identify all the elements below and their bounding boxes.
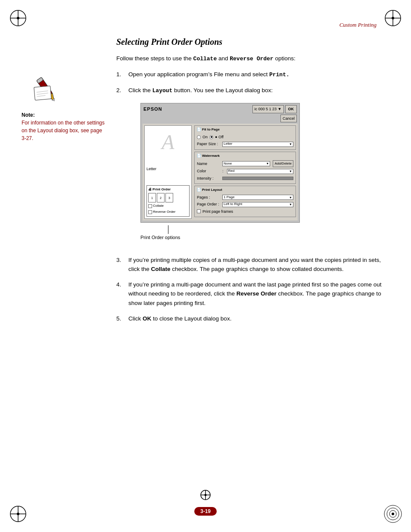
corner-decoration-tr: [383, 8, 403, 28]
add-delete-button[interactable]: Add/Delete: [273, 160, 293, 168]
print-frames-checkbox[interactable]: [197, 209, 201, 213]
page-order-dropdown[interactable]: Left to Right ▼: [222, 202, 293, 207]
page-icon-3: 3: [165, 193, 173, 202]
corner-decoration-bl: [8, 504, 28, 524]
svg-rect-20: [34, 86, 51, 100]
page-header: Custom Printing: [22, 17, 389, 28]
chapter-title: Custom Printing: [339, 22, 377, 28]
step-5-text: Click OK to close the Layout dialog box.: [128, 314, 389, 324]
step-4-text: If you’re printing a multi-page document…: [128, 280, 389, 308]
section-title: Selecting Print Order Options: [116, 37, 389, 47]
callout-line-container: [128, 225, 300, 234]
svg-point-15: [392, 513, 394, 515]
reverse-order-term: Reverse Order: [230, 56, 273, 62]
screenshot-caption: Print Order options: [140, 234, 300, 242]
main-content: Note: For information on the other setti…: [22, 37, 389, 329]
dialog-ok-btn[interactable]: OK: [285, 105, 297, 113]
note-illustration: [30, 72, 108, 108]
paper-size-row: Paper Size : Letter ▼: [197, 141, 293, 147]
watermark-name-dropdown[interactable]: None ▼: [222, 161, 270, 166]
watermark-color-dropdown[interactable]: Red ▼: [227, 169, 293, 174]
watermark-section: 📄 Watermark Name None ▼: [194, 152, 296, 184]
print-order-icons: 1 2 3: [148, 193, 188, 202]
print-layout-section: 📄 Print Layout Pages : 1 Page ▼: [194, 186, 296, 217]
intro-paragraph: Follow these steps to use the Collate an…: [116, 54, 389, 64]
step-3-text: If you’re printing multiple copies of a …: [128, 255, 389, 274]
letter-label: Letter: [146, 166, 156, 172]
reverse-order-checkbox[interactable]: [148, 210, 152, 214]
paper-size-label: Paper Size :: [197, 141, 221, 147]
watermark-color-value: Red: [228, 168, 235, 174]
dialog-right-panel: 📄 Fit to Page On ● Off: [194, 125, 296, 219]
dialog-epson-logo: EPSON: [143, 106, 162, 113]
dialog-screenshot-container: EPSON ic 000 5 1 23 ▼ OK Cancel: [128, 99, 300, 247]
collate-checkbox[interactable]: [148, 204, 152, 208]
fit-off-radio[interactable]: [209, 135, 213, 139]
page-icon-2: 2: [157, 193, 165, 202]
pages-row: Pages : 1 Page ▼: [197, 194, 293, 200]
watermark-name-row: Name None ▼ Add/Delete: [197, 160, 293, 168]
page-number: 3-19: [194, 507, 217, 516]
page-icon-1: 1: [148, 193, 156, 202]
dialog-left-panel: A Letter 🖨 Print Order 1: [144, 125, 192, 219]
svg-point-11: [17, 513, 19, 515]
print-frames-label: Print page frames: [202, 208, 233, 215]
fit-on-radio[interactable]: [197, 135, 201, 139]
print-frames-row: Print page frames: [197, 208, 293, 215]
dialog-body: A Letter 🖨 Print Order 1: [143, 124, 298, 221]
fit-on-label: On: [202, 134, 208, 140]
fit-to-page-title: 📄 Fit to Page: [197, 127, 293, 133]
callout-area: Print Order options: [128, 225, 300, 242]
step-5-number: 5.: [116, 314, 128, 324]
watermark-title: 📄 Watermark: [197, 153, 293, 159]
step-2-text: Click the Layout button. You see the Lay…: [128, 86, 273, 96]
watermark-name-label: Name: [197, 161, 221, 167]
page-order-label: Page Order :: [197, 201, 221, 207]
reverse-order-bold: Reverse Order: [237, 290, 277, 297]
note-body: For information on the other settings on…: [22, 120, 105, 141]
pages-label: Pages :: [197, 194, 221, 200]
pages-dropdown[interactable]: 1 Page ▼: [222, 195, 293, 200]
print-term: Print.: [269, 72, 290, 78]
pages-value: 1 Page: [224, 195, 234, 200]
collate-term: Collate: [193, 56, 217, 62]
colon-separator: :: [222, 168, 224, 174]
corner-decoration-tl: [8, 8, 28, 28]
pages-arrow: ▼: [289, 195, 292, 200]
step-3: 3. If you’re printing multiple copies of…: [116, 255, 389, 274]
svg-point-3: [17, 17, 19, 19]
collate-check-label: Collate: [148, 203, 188, 209]
watermark-color-row: Color : Red ▼: [197, 168, 293, 174]
step-1-number: 1.: [116, 70, 128, 79]
page-order-arrow: ▼: [289, 202, 292, 207]
page-order-row: Page Order : Left to Right ▼: [197, 201, 293, 207]
fit-on-radio-row: On ● Off: [197, 134, 293, 140]
intensity-label: Intensity :: [197, 175, 221, 181]
ok-bold: OK: [143, 315, 151, 322]
reverse-order-check-label: Reverse Order: [148, 209, 188, 215]
steps-list: 1. Open your application program’s File …: [116, 70, 389, 323]
page: Custom Printing: [0, 0, 411, 532]
paper-size-arrow: ▼: [289, 142, 292, 146]
callout-vertical-line: [168, 225, 168, 234]
note-label: Note:: [22, 112, 35, 118]
layout-term: Layout: [153, 87, 173, 94]
intensity-slider[interactable]: [222, 177, 293, 180]
print-order-box: 🖨 Print Order 1 2 3: [146, 185, 190, 217]
intensity-row: Intensity :: [197, 175, 293, 181]
preview-letter: A: [162, 132, 174, 152]
dialog-settings-label: ic 000 5 1 23 ▼: [252, 105, 284, 113]
step-4: 4. If you’re printing a multi-page docum…: [116, 280, 389, 308]
left-sidebar: Note: For information on the other setti…: [22, 37, 108, 329]
wm-name-arrow: ▼: [266, 161, 269, 166]
bottom-crosshair: [199, 489, 212, 503]
step-4-number: 4.: [116, 280, 128, 289]
page-number-badge: 3-19: [194, 508, 217, 515]
fit-to-page-section: 📄 Fit to Page On ● Off: [194, 125, 296, 150]
corner-decoration-br: [383, 504, 403, 524]
dialog-cancel-btn[interactable]: Cancel: [280, 115, 297, 122]
step-3-number: 3.: [116, 255, 128, 265]
paper-size-dropdown[interactable]: Letter ▼: [222, 142, 293, 147]
article-body: Selecting Print Order Options Follow the…: [108, 37, 389, 329]
step-5: 5. Click OK to close the Layout dialog b…: [116, 314, 389, 324]
